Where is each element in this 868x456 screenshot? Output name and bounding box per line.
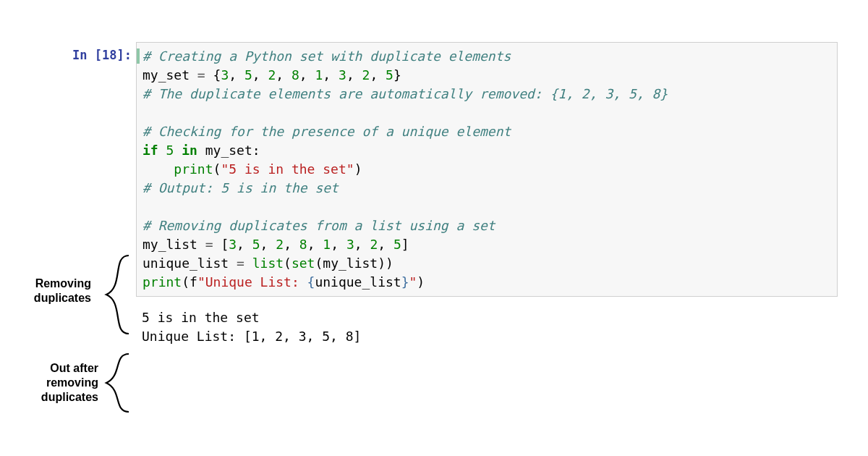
- notebook-cell: In [18]: # Creating a Python set with du…: [20, 42, 838, 346]
- number: 1: [315, 67, 323, 83]
- comma: ,: [299, 67, 315, 83]
- output-row: 5 is in the set Unique List: [1, 2, 3, 5…: [20, 308, 838, 346]
- annotation-text: removing: [46, 376, 98, 389]
- string: "Unique List:: [197, 274, 307, 290]
- builtin: set: [292, 256, 315, 271]
- space: [174, 143, 182, 158]
- paren: ): [417, 274, 425, 290]
- number: 5: [393, 237, 401, 252]
- comma: ,: [346, 67, 362, 83]
- bracket: ]: [401, 237, 409, 252]
- code-comment: # Creating a Python set with duplicate e…: [142, 48, 511, 64]
- string: ": [409, 274, 417, 290]
- number: 5: [244, 67, 252, 83]
- string: "5 is in the set": [221, 161, 354, 177]
- number: 3: [346, 237, 354, 252]
- number: 2: [276, 237, 284, 252]
- code-text: my_list: [142, 237, 205, 252]
- paren: ): [354, 161, 362, 177]
- curly-brace-icon: [103, 253, 132, 337]
- annotation-text: duplicates: [34, 292, 91, 304]
- comma: ,: [229, 67, 244, 83]
- comma: ,: [260, 237, 276, 252]
- bracket: {: [205, 67, 221, 83]
- builtin: list: [252, 256, 284, 271]
- indent: [142, 161, 174, 177]
- operator: =: [205, 237, 213, 252]
- code-comment: # Checking for the presence of a unique …: [142, 124, 511, 139]
- number: 5: [252, 237, 260, 252]
- paren: (my_list)): [315, 256, 393, 271]
- space: [158, 143, 166, 158]
- number: 3: [221, 67, 229, 83]
- comma: ,: [370, 67, 386, 83]
- output-line: 5 is in the set: [142, 310, 260, 325]
- interp-close: }: [401, 274, 409, 290]
- comma: ,: [307, 237, 323, 252]
- bracket: }: [393, 67, 401, 83]
- operator: =: [197, 67, 205, 83]
- code-text: my_set:: [197, 143, 260, 158]
- number: 2: [370, 237, 378, 252]
- annotation-out-after-removing: Out after removing duplicates: [4, 361, 98, 405]
- comma: ,: [252, 67, 268, 83]
- code-text: unique_list: [142, 256, 237, 271]
- code-editor[interactable]: # Creating a Python set with duplicate e…: [136, 42, 838, 297]
- number: 2: [362, 67, 370, 83]
- comma: ,: [378, 237, 393, 252]
- code-text: my_set: [142, 67, 197, 83]
- number: 2: [268, 67, 276, 83]
- output-area: 5 is in the set Unique List: [1, 2, 3, 5…: [136, 308, 361, 346]
- comma: ,: [276, 67, 292, 83]
- paren: (f: [182, 274, 197, 290]
- builtin: print: [174, 161, 213, 177]
- curly-brace-icon: [103, 351, 132, 415]
- comma: ,: [323, 67, 339, 83]
- operator: =: [237, 256, 244, 271]
- space: [244, 256, 252, 271]
- number: 5: [166, 143, 174, 158]
- number: 3: [339, 67, 346, 83]
- code-comment: # Removing duplicates from a list using …: [142, 218, 495, 233]
- comma: ,: [284, 237, 299, 252]
- comma: ,: [354, 237, 370, 252]
- number: 3: [229, 237, 237, 252]
- input-row: In [18]: # Creating a Python set with du…: [20, 42, 838, 297]
- paren: (: [284, 256, 292, 271]
- code-comment: # Output: 5 is in the set: [142, 180, 339, 195]
- keyword: in: [182, 143, 197, 158]
- paren: (: [213, 161, 221, 177]
- annotation-text: Removing: [35, 277, 91, 290]
- code-comment: # The duplicate elements are automatical…: [142, 86, 668, 101]
- output-line: Unique List: [1, 2, 3, 5, 8]: [142, 329, 361, 344]
- comma: ,: [331, 237, 346, 252]
- number: 8: [292, 67, 299, 83]
- annotation-text: duplicates: [41, 391, 98, 403]
- bracket: [: [213, 237, 229, 252]
- builtin: print: [142, 274, 182, 290]
- annotation-text: Out after: [50, 362, 98, 374]
- annotation-removing-duplicates: Removing duplicates: [4, 276, 91, 305]
- code-text: unique_list: [315, 274, 401, 290]
- comma: ,: [237, 237, 252, 252]
- keyword: if: [142, 143, 158, 158]
- number: 1: [323, 237, 331, 252]
- input-prompt: In [18]:: [20, 42, 136, 62]
- interp-open: {: [307, 274, 315, 290]
- number: 8: [299, 237, 307, 252]
- number: 5: [386, 67, 393, 83]
